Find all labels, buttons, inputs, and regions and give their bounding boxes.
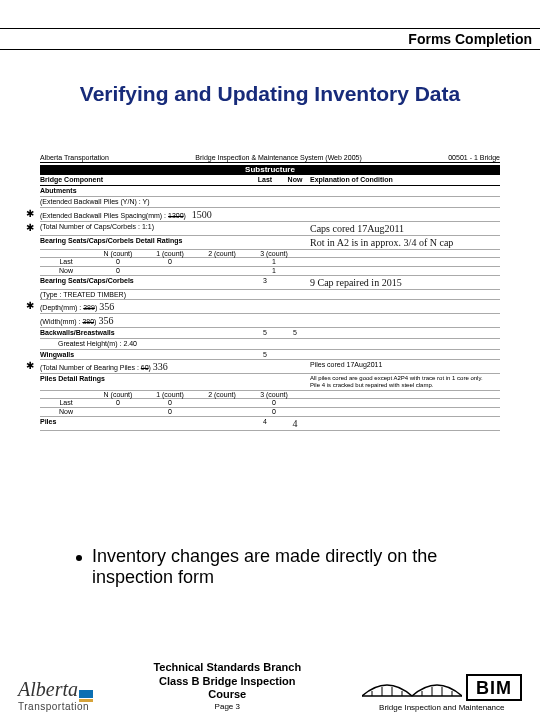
piles-last: 4 <box>250 418 280 429</box>
row-gheight: Greatest Height(m) : <box>58 340 121 347</box>
col-explanation: Explanation of Condition <box>310 176 500 184</box>
cnt-h4: 3 (count) <box>248 250 300 258</box>
n2c3: 0 <box>248 408 300 416</box>
col-component: Bridge Component <box>40 176 250 184</box>
width-new: 356 <box>98 315 113 326</box>
bs-hand: 9 Cap repaired in 2015 <box>310 277 500 288</box>
slide-title: Verifying and Updating Inventory Data <box>0 82 540 106</box>
alberta-sub: Transportation <box>18 701 89 712</box>
col-last: Last <box>250 176 280 184</box>
lc0: 0 <box>92 258 144 266</box>
now-lbl: Now <box>40 267 92 275</box>
star-icon: ✱ <box>26 208 34 219</box>
footer-credits: Technical Standards Branch Class B Bridg… <box>153 661 301 712</box>
n2c0 <box>92 408 144 416</box>
width-old: 380 <box>82 318 94 325</box>
scan-org: Alberta Transportation <box>40 154 109 162</box>
bs-last: 3 <box>250 277 280 288</box>
bw-last: 5 <box>250 329 280 337</box>
depth-new: 356 <box>99 301 114 312</box>
footer: Alberta Transportation Technical Standar… <box>0 661 540 712</box>
l2c3: 0 <box>248 399 300 407</box>
now2-lbl: Now <box>40 408 92 416</box>
star-icon: ✱ <box>26 360 34 371</box>
header-title: Forms Completion <box>408 31 532 47</box>
header-band: Forms Completion <box>0 28 540 50</box>
row-bearing-seats: Bearing Seats/Caps/Corbels <box>40 277 250 288</box>
depth-old: 389 <box>83 304 95 311</box>
credits-line2: Class B Bridge Inspection <box>153 675 301 689</box>
l2c2 <box>196 399 248 407</box>
nc2 <box>196 267 248 275</box>
row-tbp: (Total Number of Bearing Piles : <box>40 364 139 371</box>
page-number: Page 3 <box>153 702 301 712</box>
row-spacing: (Extended Backwall Piles Spacing(mm) : <box>40 212 166 219</box>
cnt2-h4: 3 (count) <box>248 391 300 399</box>
scanned-form: Alberta Transportation Bridge Inspection… <box>40 154 500 474</box>
flag-icon <box>79 690 93 698</box>
nc3: 1 <box>248 267 300 275</box>
spacing-new: 1500 <box>192 209 212 220</box>
lc2 <box>196 258 248 266</box>
bim-sub: Bridge Inspection and Maintenance <box>362 703 522 712</box>
row-piles-detail: Piles Detail Ratings <box>40 375 250 388</box>
scan-section: Substructure <box>40 165 500 176</box>
row-depth: (Depth(mm) : <box>40 304 81 311</box>
row-piles: Piles <box>40 418 250 429</box>
credits-line3: Course <box>153 688 301 702</box>
bullet-item: Inventory changes are made directly on t… <box>76 546 476 588</box>
l2c0: 0 <box>92 399 144 407</box>
nc0: 0 <box>92 267 144 275</box>
abutments-label: Abutments <box>40 187 250 195</box>
row-bearing-detail: Bearing Seats/Caps/Corbels Detail Rating… <box>40 237 250 248</box>
row-type: (Type : TREATED TIMBER) <box>40 291 250 299</box>
spacing-old: 1300 <box>168 212 184 219</box>
cnt2-h2: 1 (count) <box>144 391 196 399</box>
bim-logo-block: BIM Bridge Inspection and Maintenance <box>362 674 522 712</box>
last2-lbl: Last <box>40 399 92 407</box>
pd-note1: All piles cored are good except A2P4 wit… <box>310 375 483 381</box>
piles-hand: 4 <box>280 418 310 429</box>
gheight-val: 2.40 <box>123 340 137 347</box>
n2c2 <box>196 408 248 416</box>
nc1 <box>144 267 196 275</box>
pd-note2: Pile 4 is cracked but repaired with stee… <box>310 382 433 388</box>
star-icon: ✱ <box>26 300 34 311</box>
lc3: 1 <box>248 258 300 266</box>
cnt-h2: 1 (count) <box>144 250 196 258</box>
ww-last: 5 <box>250 351 280 359</box>
cored-note: Piles cored 17Aug2011 <box>310 361 500 372</box>
bim-text: BIM <box>466 674 522 701</box>
bearing-note: Rot in A2 is in approx. 3/4 of N cap <box>310 237 500 248</box>
cnt2-h1: N (count) <box>92 391 144 399</box>
cnt-h1: N (count) <box>92 250 144 258</box>
bridge-icon <box>362 680 462 698</box>
caps-note: Caps cored 17Aug2011 <box>310 223 500 234</box>
bw-now: 5 <box>280 329 310 337</box>
n2c1: 0 <box>144 408 196 416</box>
star-icon: ✱ <box>26 222 34 233</box>
alberta-logo: Alberta Transportation <box>18 678 93 712</box>
tbp-new: 336 <box>153 361 168 372</box>
row-totalcaps: (Total Number of Caps/Corbels : 1:1) <box>40 223 250 234</box>
cnt-h0 <box>40 250 92 258</box>
row-width: (Width(mm) : <box>40 318 80 325</box>
lc1: 0 <box>144 258 196 266</box>
last-lbl: Last <box>40 258 92 266</box>
l2c1: 0 <box>144 399 196 407</box>
cnt2-h3: 2 (count) <box>196 391 248 399</box>
cnt-h3: 2 (count) <box>196 250 248 258</box>
tbp-old: 60 <box>141 364 149 371</box>
bullet-text: Inventory changes are made directly on t… <box>92 546 476 588</box>
bullet-icon <box>76 555 82 561</box>
scan-code: 00501 - 1 Bridge <box>448 154 500 162</box>
row-backwalls: Backwalls/Breastwalls <box>40 329 250 337</box>
credits-line1: Technical Standards Branch <box>153 661 301 675</box>
row-wingwalls: Wingwalls <box>40 351 250 359</box>
row-ext-piles: (Extended Backwall Piles (Y/N) : Y) <box>40 198 250 206</box>
alberta-word: Alberta <box>18 678 78 701</box>
col-now: Now <box>280 176 310 184</box>
scan-system: Bridge Inspection & Maintenance System (… <box>195 154 361 162</box>
